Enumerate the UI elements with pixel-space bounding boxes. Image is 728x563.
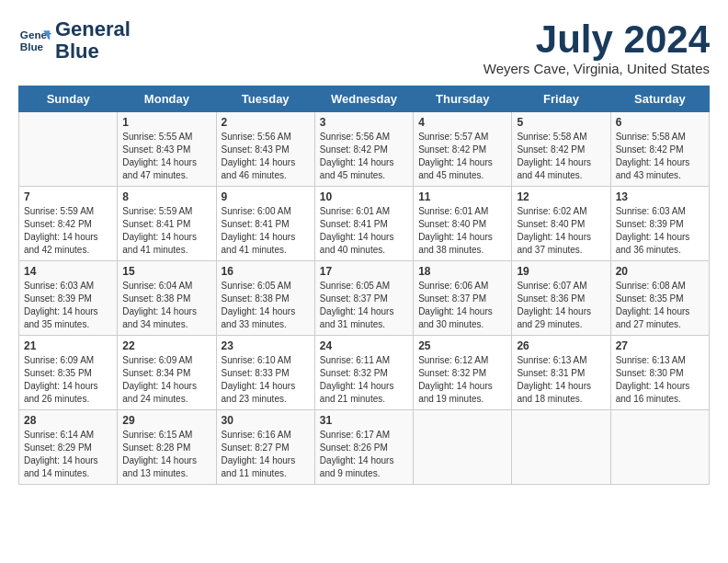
day-info: Sunrise: 6:03 AMSunset: 8:39 PMDaylight:…: [616, 205, 704, 257]
day-number: 31: [320, 414, 408, 427]
day-number: 24: [320, 339, 408, 352]
calendar-day-cell: 19Sunrise: 6:07 AMSunset: 8:36 PMDayligh…: [512, 261, 610, 336]
day-number: 12: [517, 190, 605, 203]
day-number: 8: [122, 190, 210, 203]
day-info: Sunrise: 6:07 AMSunset: 8:36 PMDaylight:…: [517, 280, 605, 331]
title-section: July 2024 Weyers Cave, Virginia, United …: [483, 18, 710, 76]
calendar-day-cell: 26Sunrise: 6:13 AMSunset: 8:31 PMDayligh…: [512, 336, 610, 410]
day-info: Sunrise: 6:01 AMSunset: 8:40 PMDaylight:…: [418, 205, 506, 257]
day-info: Sunrise: 6:03 AMSunset: 8:39 PMDaylight:…: [24, 280, 112, 331]
calendar-day-cell: 10Sunrise: 6:01 AMSunset: 8:41 PMDayligh…: [314, 187, 413, 261]
calendar-day-cell: 13Sunrise: 6:03 AMSunset: 8:39 PMDayligh…: [610, 187, 709, 261]
day-number: 16: [222, 265, 310, 278]
calendar-day-cell: 18Sunrise: 6:06 AMSunset: 8:37 PMDayligh…: [414, 261, 512, 336]
calendar-day-cell: 16Sunrise: 6:05 AMSunset: 8:38 PMDayligh…: [216, 261, 314, 336]
day-number: 25: [418, 339, 506, 352]
calendar-day-cell: 31Sunrise: 6:17 AMSunset: 8:26 PMDayligh…: [314, 410, 413, 485]
day-info: Sunrise: 5:55 AMSunset: 8:43 PMDaylight:…: [122, 131, 210, 182]
day-info: Sunrise: 6:12 AMSunset: 8:32 PMDaylight:…: [418, 354, 506, 406]
day-number: 11: [418, 190, 506, 203]
day-info: Sunrise: 6:05 AMSunset: 8:38 PMDaylight:…: [222, 280, 310, 331]
day-info: Sunrise: 6:17 AMSunset: 8:26 PMDaylight:…: [320, 429, 408, 480]
day-number: 21: [24, 339, 112, 352]
calendar-day-cell: 9Sunrise: 6:00 AMSunset: 8:41 PMDaylight…: [216, 187, 314, 261]
day-number: 23: [222, 339, 310, 352]
day-info: Sunrise: 6:13 AMSunset: 8:31 PMDaylight:…: [517, 354, 605, 406]
calendar-day-cell: 28Sunrise: 6:14 AMSunset: 8:29 PMDayligh…: [19, 410, 118, 485]
day-info: Sunrise: 6:16 AMSunset: 8:27 PMDaylight:…: [222, 429, 310, 480]
calendar-day-cell: 29Sunrise: 6:15 AMSunset: 8:28 PMDayligh…: [118, 410, 216, 485]
calendar-day-cell: 14Sunrise: 6:03 AMSunset: 8:39 PMDayligh…: [19, 261, 118, 336]
day-info: Sunrise: 6:06 AMSunset: 8:37 PMDaylight:…: [418, 280, 506, 331]
day-info: Sunrise: 5:58 AMSunset: 8:42 PMDaylight:…: [616, 131, 704, 182]
day-info: Sunrise: 6:02 AMSunset: 8:40 PMDaylight:…: [517, 205, 605, 257]
day-info: Sunrise: 5:58 AMSunset: 8:42 PMDaylight:…: [517, 131, 605, 182]
calendar-day-cell: 5Sunrise: 5:58 AMSunset: 8:42 PMDaylight…: [512, 112, 610, 187]
logo-text: General Blue: [55, 18, 131, 63]
day-info: Sunrise: 5:59 AMSunset: 8:41 PMDaylight:…: [122, 205, 210, 257]
calendar-table: SundayMondayTuesdayWednesdayThursdayFrid…: [18, 86, 710, 485]
weekday-header: Monday: [118, 86, 216, 112]
day-number: 22: [122, 339, 210, 352]
calendar-day-cell: 27Sunrise: 6:13 AMSunset: 8:30 PMDayligh…: [610, 336, 709, 410]
weekday-header: Thursday: [414, 86, 512, 112]
day-info: Sunrise: 6:10 AMSunset: 8:33 PMDaylight:…: [222, 354, 310, 406]
calendar-day-cell: 21Sunrise: 6:09 AMSunset: 8:35 PMDayligh…: [19, 336, 118, 410]
day-info: Sunrise: 6:04 AMSunset: 8:38 PMDaylight:…: [122, 280, 210, 331]
calendar-week-row: 1Sunrise: 5:55 AMSunset: 8:43 PMDaylight…: [19, 112, 710, 187]
calendar-week-row: 21Sunrise: 6:09 AMSunset: 8:35 PMDayligh…: [19, 336, 710, 410]
calendar-day-cell: 20Sunrise: 6:08 AMSunset: 8:35 PMDayligh…: [610, 261, 709, 336]
calendar-day-cell: 22Sunrise: 6:09 AMSunset: 8:34 PMDayligh…: [118, 336, 216, 410]
day-number: 19: [517, 265, 605, 278]
calendar-day-cell: [414, 410, 512, 485]
day-number: 27: [616, 339, 704, 352]
calendar-day-cell: 23Sunrise: 6:10 AMSunset: 8:33 PMDayligh…: [216, 336, 314, 410]
logo-icon: General Blue: [18, 24, 51, 57]
day-number: 26: [517, 339, 605, 352]
day-number: 6: [616, 116, 704, 129]
day-number: 17: [320, 265, 408, 278]
weekday-header: Tuesday: [216, 86, 314, 112]
day-number: 5: [517, 116, 605, 129]
calendar-day-cell: 11Sunrise: 6:01 AMSunset: 8:40 PMDayligh…: [414, 187, 512, 261]
weekday-header: Sunday: [19, 86, 118, 112]
day-number: 3: [320, 116, 408, 129]
calendar-day-cell: 6Sunrise: 5:58 AMSunset: 8:42 PMDaylight…: [610, 112, 709, 187]
day-info: Sunrise: 6:01 AMSunset: 8:41 PMDaylight:…: [320, 205, 408, 257]
day-info: Sunrise: 5:56 AMSunset: 8:42 PMDaylight:…: [320, 131, 408, 182]
location: Weyers Cave, Virginia, United States: [483, 61, 710, 76]
day-info: Sunrise: 6:09 AMSunset: 8:34 PMDaylight:…: [122, 354, 210, 406]
day-number: 1: [122, 116, 210, 129]
calendar-week-row: 7Sunrise: 5:59 AMSunset: 8:42 PMDaylight…: [19, 187, 710, 261]
calendar-day-cell: 3Sunrise: 5:56 AMSunset: 8:42 PMDaylight…: [314, 112, 413, 187]
day-info: Sunrise: 6:13 AMSunset: 8:30 PMDaylight:…: [616, 354, 704, 406]
calendar-day-cell: 7Sunrise: 5:59 AMSunset: 8:42 PMDaylight…: [19, 187, 118, 261]
calendar-day-cell: 2Sunrise: 5:56 AMSunset: 8:43 PMDaylight…: [216, 112, 314, 187]
day-number: 15: [122, 265, 210, 278]
month-title: July 2024: [483, 18, 710, 61]
day-info: Sunrise: 6:05 AMSunset: 8:37 PMDaylight:…: [320, 280, 408, 331]
page-header: General Blue General Blue July 2024 Weye…: [18, 18, 710, 76]
day-number: 9: [222, 190, 310, 203]
day-info: Sunrise: 5:56 AMSunset: 8:43 PMDaylight:…: [222, 131, 310, 182]
day-info: Sunrise: 6:08 AMSunset: 8:35 PMDaylight:…: [616, 280, 704, 331]
day-info: Sunrise: 5:59 AMSunset: 8:42 PMDaylight:…: [24, 205, 112, 257]
calendar-week-row: 14Sunrise: 6:03 AMSunset: 8:39 PMDayligh…: [19, 261, 710, 336]
day-number: 2: [222, 116, 310, 129]
day-number: 29: [122, 414, 210, 427]
day-number: 20: [616, 265, 704, 278]
day-number: 7: [24, 190, 112, 203]
day-info: Sunrise: 6:11 AMSunset: 8:32 PMDaylight:…: [320, 354, 408, 406]
calendar-day-cell: 25Sunrise: 6:12 AMSunset: 8:32 PMDayligh…: [414, 336, 512, 410]
calendar-day-cell: 1Sunrise: 5:55 AMSunset: 8:43 PMDaylight…: [118, 112, 216, 187]
weekday-header: Wednesday: [314, 86, 413, 112]
day-info: Sunrise: 6:15 AMSunset: 8:28 PMDaylight:…: [122, 429, 210, 480]
day-number: 28: [24, 414, 112, 427]
calendar-day-cell: [19, 112, 118, 187]
calendar-week-row: 28Sunrise: 6:14 AMSunset: 8:29 PMDayligh…: [19, 410, 710, 485]
calendar-day-cell: 24Sunrise: 6:11 AMSunset: 8:32 PMDayligh…: [314, 336, 413, 410]
calendar-day-cell: 8Sunrise: 5:59 AMSunset: 8:41 PMDaylight…: [118, 187, 216, 261]
day-number: 30: [222, 414, 310, 427]
calendar-day-cell: [512, 410, 610, 485]
day-info: Sunrise: 6:00 AMSunset: 8:41 PMDaylight:…: [222, 205, 310, 257]
